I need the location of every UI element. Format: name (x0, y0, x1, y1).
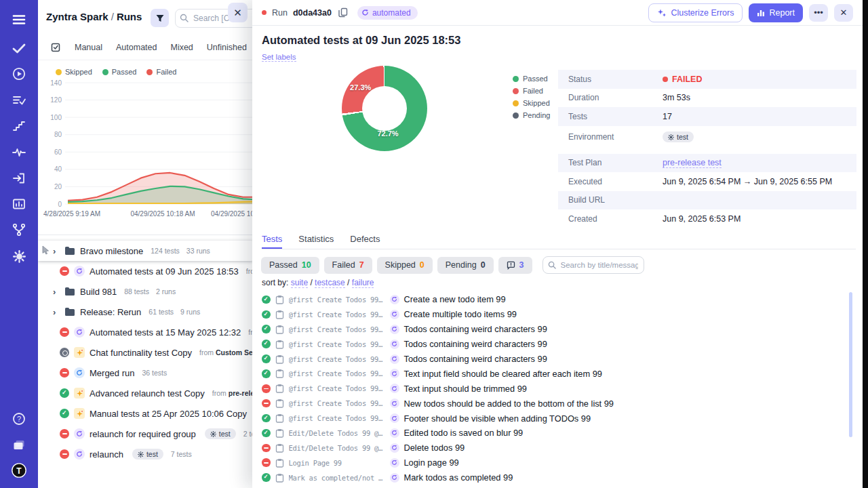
test-result-row[interactable]: Edit/Delete Todos 99 @…Edited todo is sa… (262, 426, 846, 441)
set-labels-link[interactable]: Set labels (262, 53, 296, 62)
help-icon[interactable]: ? (11, 411, 27, 427)
test-result-row[interactable]: @first Create Todos 99…Todos containing … (262, 337, 846, 352)
test-result-row[interactable]: Mark as completed/not …Mark todos as com… (262, 470, 846, 485)
tab-unfinished[interactable]: Unfinished (207, 43, 247, 52)
test-result-row[interactable]: Login Page 99Login page 99 (262, 455, 846, 470)
copy-run-id-button[interactable] (338, 7, 348, 18)
import-icon[interactable] (11, 170, 27, 186)
run-list-item-folder[interactable]: › Build 981 88 tests2 runs (38, 281, 254, 302)
chevron-right-icon[interactable]: › (53, 287, 60, 297)
test-result-row[interactable]: @first Create Todos 99…Create a new todo… (262, 292, 846, 307)
branch-icon[interactable] (11, 222, 27, 238)
app-logo[interactable]: T (11, 462, 27, 479)
select-all-icon[interactable] (50, 42, 61, 53)
filter-passed-button[interactable]: Passed10 (261, 257, 319, 274)
test-title: Create a new todo item 99 (404, 294, 506, 304)
run-list-item[interactable]: Advanced relaunch test Copy from pre-rel… (38, 383, 254, 403)
merged-run-icon (74, 367, 85, 378)
status-failed-icon (262, 399, 271, 408)
pulse-icon[interactable] (11, 144, 27, 161)
folder-icon (64, 307, 75, 317)
filter-pending-button[interactable]: Pending0 (437, 257, 494, 274)
run-list-item[interactable]: relaunch for required group test 2 tests (38, 424, 254, 444)
tab-statistics[interactable]: Statistics (298, 234, 334, 249)
tab-automated[interactable]: Automated (116, 43, 157, 52)
plans-icon[interactable] (11, 92, 27, 108)
detail-row-status: Status FAILED (558, 70, 856, 89)
filter-comments-button[interactable]: 3 (498, 257, 532, 274)
runs-panel: Zyntra Spark/Runs ✕ Manual Automated Mix… (38, 0, 254, 488)
filter-failed-button[interactable]: Failed7 (324, 257, 372, 274)
results-donut-chart: 72.7% 27.3% (342, 66, 427, 151)
tab-defects[interactable]: Defects (350, 234, 380, 249)
run-title: Automated tests at 09 Jun 2025 18:53 (90, 266, 239, 277)
app-rail: ? T (0, 0, 38, 488)
filter-skipped-button[interactable]: Skipped0 (377, 257, 433, 274)
run-list-item[interactable]: relaunch test 7 tests (38, 444, 254, 464)
tests-search-input[interactable] (542, 256, 644, 274)
svg-text:0: 0 (58, 201, 62, 208)
automated-run-icon (390, 340, 399, 349)
close-panel-button[interactable]: ✕ (228, 3, 248, 22)
tab-manual[interactable]: Manual (75, 43, 102, 52)
test-plan-link[interactable]: pre-release test (663, 158, 722, 168)
filter-button[interactable] (151, 9, 169, 27)
automated-run-icon (390, 369, 399, 378)
test-list-scrollbar[interactable] (849, 292, 852, 437)
run-title: Manual tests at 25 Apr 2025 10:06 Copy (90, 409, 247, 419)
legend-skipped: Skipped (56, 68, 92, 76)
legend-failed: Failed (513, 87, 550, 95)
settings-gear-icon[interactable] (11, 248, 27, 264)
sort-by-failure-link[interactable]: failure (352, 278, 374, 288)
test-result-row[interactable]: @first Create Todos 99…Create multiple t… (262, 307, 846, 322)
menu-icon[interactable] (11, 12, 27, 28)
suite-name: @first Create Todos 99… (289, 296, 385, 304)
test-result-row[interactable]: @first Create Todos 99…Todos containing … (262, 352, 846, 367)
status-neutral-icon (60, 348, 69, 357)
test-title: Delete todos 99 (404, 443, 465, 453)
run-list-item[interactable]: Chat functinality test Copy from Custom … (38, 342, 254, 363)
run-title: Advanced relaunch test Copy (90, 388, 205, 399)
test-result-row[interactable]: @first Create Todos 99…Text input field … (262, 366, 846, 381)
run-list-item-folder[interactable]: › Bravo milestone 124 tests33 runs (38, 241, 254, 261)
run-list-item[interactable]: Automated tests at 15 May 2025 12:32 fro… (38, 322, 254, 342)
copied-run-icon (74, 408, 85, 419)
tab-mixed[interactable]: Mixed (170, 43, 193, 52)
clipboard-icon (275, 295, 284, 304)
close-run-button[interactable]: ✕ (834, 4, 853, 22)
run-list-item[interactable]: Automated tests at 09 Jun 2025 18:53 fro… (38, 261, 254, 281)
test-result-row[interactable]: @first Create Todos 99…Text input should… (262, 381, 846, 396)
run-list-item-folder[interactable]: › Release: Rerun 61 tests9 runs (38, 302, 254, 322)
report-button[interactable]: Report (749, 3, 803, 22)
more-options-button[interactable]: ••• (809, 4, 828, 22)
automated-run-icon (390, 310, 399, 319)
sort-by-suite-link[interactable]: suite (291, 278, 308, 288)
run-list-item[interactable]: Merged run 36 tests (38, 363, 254, 383)
tab-tests[interactable]: Tests (262, 234, 282, 249)
status-passed-icon (262, 414, 271, 423)
clipboard-icon (275, 399, 284, 408)
test-result-row[interactable]: @first Create Todos 99…Todos containing … (262, 322, 846, 337)
test-result-row[interactable]: Edit/Delete Todos 99 @…Delete todos 99 (262, 441, 846, 455)
clusterize-errors-button[interactable]: Clusterize Errors (648, 3, 743, 22)
tests-icon[interactable] (11, 40, 27, 56)
clipboard-icon (275, 354, 284, 364)
environment-badge[interactable]: test (663, 131, 694, 142)
milestones-icon[interactable] (11, 118, 27, 134)
analytics-icon[interactable] (11, 196, 27, 212)
project-name[interactable]: Zyntra Spark (46, 11, 108, 22)
suite-name: @first Create Todos 99… (289, 399, 385, 407)
projects-icon[interactable] (11, 436, 27, 453)
run-title: Chat functinality test Copy (90, 348, 192, 358)
sort-by-testcase-link[interactable]: testcase (315, 278, 345, 288)
test-result-row[interactable]: @first Create Todos 99…Footer should be … (262, 411, 846, 426)
chevron-right-icon[interactable]: › (53, 307, 60, 317)
automated-badge[interactable]: automated (357, 6, 418, 20)
svg-text:4/28/2025 9:19 AM: 4/28/2025 9:19 AM (43, 210, 100, 218)
runs-icon[interactable] (11, 66, 27, 82)
status-passed-icon (60, 388, 69, 398)
test-result-row[interactable]: @first Create Todos 99…New todos should … (262, 396, 846, 411)
test-result-list: @first Create Todos 99…Create a new todo… (262, 292, 846, 487)
chevron-right-icon[interactable]: › (53, 246, 60, 256)
run-list-item[interactable]: Manual tests at 25 Apr 2025 10:06 Copy f… (38, 403, 254, 424)
